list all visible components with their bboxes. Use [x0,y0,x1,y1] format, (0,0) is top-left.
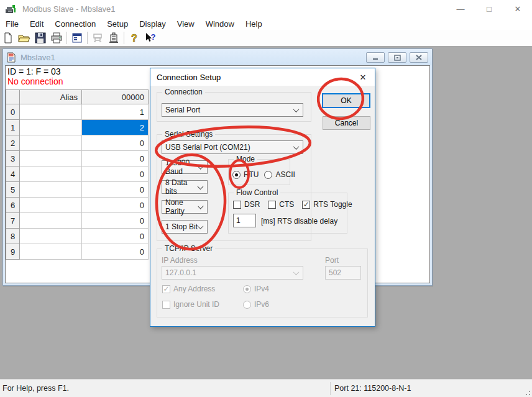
cancel-button[interactable]: Cancel [323,116,370,130]
alias-cell[interactable] [20,198,82,213]
register-cell[interactable]: 0 [82,213,149,229]
display-settings-icon[interactable] [69,30,85,45]
menu-edit[interactable]: Edit [24,19,49,29]
menu-display[interactable]: Display [134,19,172,29]
row-header-cell[interactable]: 4 [6,167,20,182]
new-icon[interactable] [0,30,16,45]
selected-register-cell[interactable]: 2 [82,120,149,135]
alias-cell[interactable] [20,229,82,244]
cts-checkbox[interactable] [268,201,276,209]
row-header-cell[interactable]: 9 [6,244,20,260]
register-cell[interactable]: 0 [82,167,149,182]
maximize-button[interactable]: □ [475,0,503,17]
table-row: 70 [6,213,149,229]
register-header-cell[interactable]: 00000 [82,90,149,104]
stop-bits-dropdown[interactable]: 1 Stop Bit [162,220,208,234]
row-header-cell[interactable]: 1 [6,120,20,135]
alias-cell[interactable] [20,167,82,182]
doc-minimize-button[interactable] [366,52,385,63]
doc-restore-button[interactable] [388,52,406,63]
row-header-cell[interactable]: 2 [6,135,20,151]
parity-dropdown[interactable]: None Parity [162,200,208,214]
table-row: 90 [6,244,149,260]
any-address-label: Any Address [173,285,215,293]
baud-rate-value: 115200 Baud [165,158,199,176]
corner-header-cell[interactable] [6,90,20,104]
cts-checkbox-label: CTS [279,200,294,209]
rtu-radio-label: RTU [244,170,259,179]
flow-control-group-label: Flow Control [234,188,280,197]
doc-icon: DOC [7,52,16,63]
table-row: 60 [6,198,149,213]
register-cell[interactable]: 0 [82,151,149,167]
row-header-cell[interactable]: 5 [6,182,20,198]
table-header-row: Alias 00000 [6,90,149,104]
alias-cell[interactable] [20,213,82,229]
open-icon[interactable] [16,30,32,45]
toolbar-separator [66,32,67,44]
rts-delay-input[interactable]: 1 [233,214,256,227]
print-icon[interactable] [48,30,65,45]
svg-text:?: ? [131,33,137,43]
alias-cell[interactable] [20,135,82,151]
connection-type-dropdown[interactable]: Serial Port [162,103,303,117]
chevron-down-icon [293,269,300,275]
ip-address-value: 127.0.0.1 [165,268,196,277]
register-cell[interactable]: 1 [82,104,149,120]
minimize-button[interactable]: — [446,0,475,17]
menu-file[interactable]: File [0,19,24,29]
alias-header-cell[interactable]: Alias [20,90,82,104]
table-row: 80 [6,229,149,244]
register-cell[interactable]: 0 [82,229,149,244]
row-header-cell[interactable]: 8 [6,229,20,244]
ip-address-dropdown: 127.0.0.1 [162,266,303,280]
doc-close-button[interactable] [410,52,428,63]
row-header-cell[interactable]: 6 [6,198,20,213]
serial-port-dropdown[interactable]: USB Serial Port (COM21) [162,140,303,154]
register-cell[interactable]: 0 [82,182,149,198]
port-label: Port [325,256,339,265]
statusbar: For Help, press F1. Port 21: 115200-8-N-… [0,379,532,397]
ok-button[interactable]: OK [322,93,370,108]
register-cell[interactable]: 0 [82,135,149,151]
close-button[interactable]: ✕ [503,0,532,17]
menu-connection[interactable]: Connection [49,19,101,29]
resize-grip[interactable] [523,388,531,396]
menubar: File Edit Connection Setup Display View … [0,17,532,30]
ip-address-label: IP Address [162,256,198,265]
row-header-cell[interactable]: 7 [6,213,20,229]
menu-setup[interactable]: Setup [101,19,134,29]
rts-toggle-checkbox[interactable]: ✓ [302,201,310,209]
alias-cell[interactable] [20,182,82,198]
svg-text:?: ? [151,32,156,42]
rtu-radio[interactable] [232,171,241,179]
titlebar: Modbus Slave - Mbslave1 — □ ✕ [0,0,532,17]
data-bits-dropdown[interactable]: 8 Data bits [162,180,208,194]
status-help-text: For Help, press F1. [2,384,69,393]
row-header-cell[interactable]: 0 [6,104,20,120]
row-header-cell[interactable]: 3 [6,151,20,167]
menu-window[interactable]: Window [200,19,240,29]
save-icon[interactable] [32,30,48,45]
alias-cell[interactable] [20,120,82,135]
any-address-checkbox: ✓ [162,285,170,293]
dialog-titlebar[interactable]: Connection Setup [150,68,375,86]
dialog-close-icon[interactable]: ✕ [357,71,369,83]
ascii-radio[interactable] [264,171,272,179]
table-row: 20 [6,135,149,151]
register-cell[interactable]: 0 [82,198,149,213]
alias-cell[interactable] [20,151,82,167]
dsr-checkbox[interactable] [233,201,241,209]
data-bits-value: 8 Data bits [165,178,198,196]
help-icon[interactable]: ? [126,30,142,45]
register-cell[interactable]: 0 [82,244,149,260]
menu-view[interactable]: View [172,19,200,29]
poll-definition-icon[interactable] [89,30,106,45]
alias-cell[interactable] [20,244,82,260]
menu-help[interactable]: Help [240,19,268,29]
rts-toggle-checkbox-label: RTS Toggle [313,200,352,209]
communication-traffic-icon[interactable] [106,30,122,45]
baud-rate-dropdown[interactable]: 115200 Baud [162,160,208,174]
alias-cell[interactable] [20,104,82,120]
context-help-icon[interactable]: ? [142,30,158,45]
